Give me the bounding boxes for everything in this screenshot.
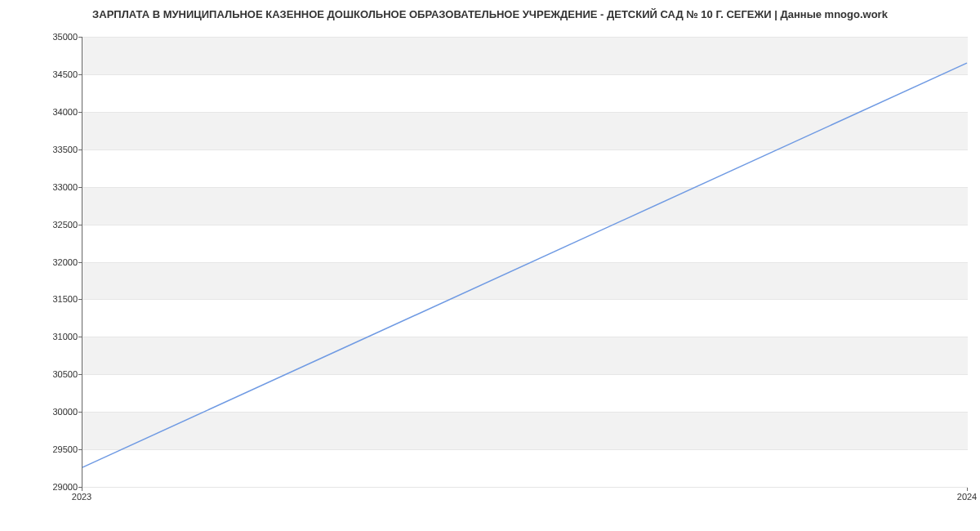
y-tick-mark bbox=[78, 262, 82, 263]
y-tick-label: 34500 bbox=[4, 69, 78, 79]
chart-title: ЗАРПЛАТА В МУНИЦИПАЛЬНОЕ КАЗЕННОЕ ДОШКОЛ… bbox=[0, 8, 980, 20]
y-tick-mark bbox=[78, 299, 82, 300]
y-tick-mark bbox=[78, 412, 82, 413]
y-tick-label: 29000 bbox=[4, 482, 78, 492]
y-tick-label: 30500 bbox=[4, 369, 78, 379]
y-tick-label: 34000 bbox=[4, 107, 78, 117]
x-tick-label: 2024 bbox=[957, 492, 977, 502]
y-tick-label: 33500 bbox=[4, 145, 78, 154]
y-tick-mark bbox=[78, 37, 82, 38]
chart-container: ЗАРПЛАТА В МУНИЦИПАЛЬНОЕ КАЗЕННОЕ ДОШКОЛ… bbox=[0, 0, 980, 531]
y-tick-label: 32000 bbox=[4, 257, 78, 267]
line-series bbox=[82, 37, 968, 487]
x-tick-mark bbox=[967, 488, 968, 491]
y-tick-mark bbox=[78, 374, 82, 375]
y-tick-mark bbox=[78, 449, 82, 450]
y-tick-mark bbox=[78, 74, 82, 75]
y-tick-mark bbox=[78, 187, 82, 188]
y-tick-label: 31500 bbox=[4, 294, 78, 304]
y-tick-mark bbox=[78, 337, 82, 337]
x-tick-mark bbox=[82, 488, 82, 491]
y-tick-label: 33000 bbox=[4, 182, 78, 192]
y-tick-mark bbox=[78, 149, 82, 150]
y-tick-label: 32500 bbox=[4, 220, 78, 230]
y-tick-label: 35000 bbox=[4, 32, 78, 42]
y-tick-label: 30000 bbox=[4, 407, 78, 417]
y-tick-mark bbox=[78, 112, 82, 113]
data-line bbox=[82, 63, 967, 467]
x-tick-label: 2023 bbox=[72, 492, 91, 502]
y-tick-mark bbox=[78, 225, 82, 225]
y-tick-label: 31000 bbox=[4, 332, 78, 341]
grid-line bbox=[82, 487, 968, 488]
y-tick-label: 29500 bbox=[4, 444, 78, 454]
plot-area bbox=[82, 37, 968, 488]
